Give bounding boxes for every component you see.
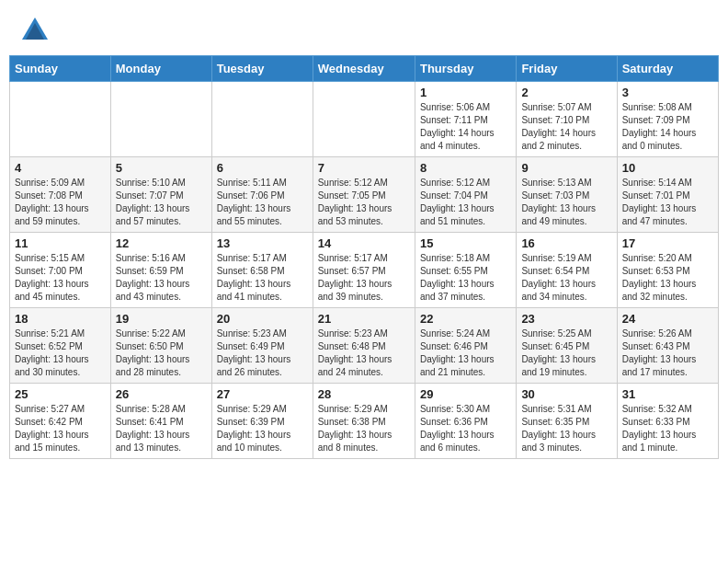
day-number: 13 — [217, 236, 308, 250]
day-number: 7 — [318, 161, 410, 175]
calendar-day-cell: 24Sunrise: 5:26 AM Sunset: 6:43 PM Dayli… — [617, 308, 718, 384]
calendar-day-cell: 27Sunrise: 5:29 AM Sunset: 6:39 PM Dayli… — [211, 384, 313, 459]
day-of-week-header: Thursday — [415, 56, 516, 82]
day-number: 19 — [116, 312, 207, 326]
calendar-day-cell — [211, 82, 313, 157]
day-info: Sunrise: 5:14 AM Sunset: 7:01 PM Dayligh… — [622, 177, 713, 228]
day-info: Sunrise: 5:19 AM Sunset: 6:54 PM Dayligh… — [521, 252, 611, 304]
day-of-week-header: Sunday — [10, 56, 111, 82]
calendar-day-cell: 19Sunrise: 5:22 AM Sunset: 6:50 PM Dayli… — [110, 308, 211, 384]
day-of-week-header: Tuesday — [211, 56, 313, 82]
calendar-day-cell: 13Sunrise: 5:17 AM Sunset: 6:58 PM Dayli… — [211, 233, 313, 308]
day-info: Sunrise: 5:18 AM Sunset: 6:55 PM Dayligh… — [420, 252, 511, 304]
day-number: 26 — [116, 387, 207, 401]
calendar-day-cell: 11Sunrise: 5:15 AM Sunset: 7:00 PM Dayli… — [10, 233, 111, 308]
calendar-day-cell: 25Sunrise: 5:27 AM Sunset: 6:42 PM Dayli… — [10, 384, 111, 459]
calendar-header-row: SundayMondayTuesdayWednesdayThursdayFrid… — [10, 56, 719, 82]
day-info: Sunrise: 5:10 AM Sunset: 7:07 PM Dayligh… — [116, 177, 207, 228]
calendar-day-cell: 2Sunrise: 5:07 AM Sunset: 7:10 PM Daylig… — [517, 82, 617, 157]
day-info: Sunrise: 5:12 AM Sunset: 7:04 PM Dayligh… — [420, 177, 511, 228]
day-number: 24 — [622, 312, 713, 326]
calendar-day-cell: 9Sunrise: 5:13 AM Sunset: 7:03 PM Daylig… — [517, 157, 617, 233]
day-number: 6 — [217, 161, 308, 175]
day-info: Sunrise: 5:07 AM Sunset: 7:10 PM Dayligh… — [521, 101, 611, 153]
calendar-day-cell: 14Sunrise: 5:17 AM Sunset: 6:57 PM Dayli… — [313, 233, 415, 308]
day-number: 22 — [420, 312, 511, 326]
day-of-week-header: Monday — [110, 56, 211, 82]
day-info: Sunrise: 5:24 AM Sunset: 6:46 PM Dayligh… — [420, 327, 511, 379]
calendar-week-row: 25Sunrise: 5:27 AM Sunset: 6:42 PM Dayli… — [10, 384, 719, 459]
calendar-day-cell: 18Sunrise: 5:21 AM Sunset: 6:52 PM Dayli… — [10, 308, 111, 384]
calendar-day-cell: 28Sunrise: 5:29 AM Sunset: 6:38 PM Dayli… — [313, 384, 415, 459]
day-info: Sunrise: 5:09 AM Sunset: 7:08 PM Dayligh… — [15, 177, 106, 228]
day-number: 18 — [15, 312, 106, 326]
day-number: 21 — [318, 312, 410, 326]
day-info: Sunrise: 5:27 AM Sunset: 6:42 PM Dayligh… — [15, 403, 106, 454]
day-of-week-header: Friday — [517, 56, 617, 82]
day-info: Sunrise: 5:21 AM Sunset: 6:52 PM Dayligh… — [15, 327, 106, 379]
calendar-day-cell: 6Sunrise: 5:11 AM Sunset: 7:06 PM Daylig… — [211, 157, 313, 233]
day-number: 20 — [217, 312, 308, 326]
day-number: 27 — [217, 387, 308, 401]
day-number: 4 — [15, 161, 106, 175]
calendar-day-cell: 8Sunrise: 5:12 AM Sunset: 7:04 PM Daylig… — [415, 157, 516, 233]
calendar-day-cell: 3Sunrise: 5:08 AM Sunset: 7:09 PM Daylig… — [617, 82, 718, 157]
day-number: 17 — [622, 236, 713, 250]
day-number: 8 — [420, 161, 511, 175]
day-number: 25 — [15, 387, 106, 401]
calendar-day-cell: 31Sunrise: 5:32 AM Sunset: 6:33 PM Dayli… — [617, 384, 718, 459]
day-of-week-header: Saturday — [617, 56, 718, 82]
day-number: 2 — [521, 86, 611, 99]
calendar-week-row: 11Sunrise: 5:15 AM Sunset: 7:00 PM Dayli… — [10, 233, 719, 308]
day-info: Sunrise: 5:22 AM Sunset: 6:50 PM Dayligh… — [116, 327, 207, 379]
calendar-day-cell: 7Sunrise: 5:12 AM Sunset: 7:05 PM Daylig… — [313, 157, 415, 233]
page-header — [9, 9, 719, 46]
calendar-day-cell: 30Sunrise: 5:31 AM Sunset: 6:35 PM Dayli… — [517, 384, 617, 459]
day-number: 10 — [622, 161, 713, 175]
day-info: Sunrise: 5:06 AM Sunset: 7:11 PM Dayligh… — [420, 101, 511, 153]
calendar-week-row: 18Sunrise: 5:21 AM Sunset: 6:52 PM Dayli… — [10, 308, 719, 384]
calendar-day-cell: 23Sunrise: 5:25 AM Sunset: 6:45 PM Dayli… — [517, 308, 617, 384]
day-number: 15 — [420, 236, 511, 250]
day-info: Sunrise: 5:26 AM Sunset: 6:43 PM Dayligh… — [622, 327, 713, 379]
calendar-day-cell — [10, 82, 111, 157]
calendar-day-cell: 29Sunrise: 5:30 AM Sunset: 6:36 PM Dayli… — [415, 384, 516, 459]
calendar-day-cell: 22Sunrise: 5:24 AM Sunset: 6:46 PM Dayli… — [415, 308, 516, 384]
logo — [18, 14, 50, 41]
day-number: 11 — [15, 236, 106, 250]
day-info: Sunrise: 5:15 AM Sunset: 7:00 PM Dayligh… — [15, 252, 106, 304]
day-info: Sunrise: 5:28 AM Sunset: 6:41 PM Dayligh… — [116, 403, 207, 454]
day-number: 30 — [521, 387, 611, 401]
day-number: 29 — [420, 387, 511, 401]
day-info: Sunrise: 5:32 AM Sunset: 6:33 PM Dayligh… — [622, 403, 713, 454]
day-number: 9 — [521, 161, 611, 175]
day-number: 5 — [116, 161, 207, 175]
calendar-week-row: 4Sunrise: 5:09 AM Sunset: 7:08 PM Daylig… — [10, 157, 719, 233]
day-number: 14 — [318, 236, 410, 250]
calendar-day-cell: 17Sunrise: 5:20 AM Sunset: 6:53 PM Dayli… — [617, 233, 718, 308]
calendar-day-cell — [313, 82, 415, 157]
day-info: Sunrise: 5:20 AM Sunset: 6:53 PM Dayligh… — [622, 252, 713, 304]
calendar-day-cell: 26Sunrise: 5:28 AM Sunset: 6:41 PM Dayli… — [110, 384, 211, 459]
day-info: Sunrise: 5:13 AM Sunset: 7:03 PM Dayligh… — [521, 177, 611, 228]
day-info: Sunrise: 5:17 AM Sunset: 6:58 PM Dayligh… — [217, 252, 308, 304]
day-info: Sunrise: 5:11 AM Sunset: 7:06 PM Dayligh… — [217, 177, 308, 228]
day-info: Sunrise: 5:17 AM Sunset: 6:57 PM Dayligh… — [318, 252, 410, 304]
calendar-day-cell: 20Sunrise: 5:23 AM Sunset: 6:49 PM Dayli… — [211, 308, 313, 384]
day-number: 16 — [521, 236, 611, 250]
calendar-day-cell: 16Sunrise: 5:19 AM Sunset: 6:54 PM Dayli… — [517, 233, 617, 308]
day-info: Sunrise: 5:08 AM Sunset: 7:09 PM Dayligh… — [622, 101, 713, 153]
day-number: 23 — [521, 312, 611, 326]
calendar-day-cell: 5Sunrise: 5:10 AM Sunset: 7:07 PM Daylig… — [110, 157, 211, 233]
day-info: Sunrise: 5:29 AM Sunset: 6:38 PM Dayligh… — [318, 403, 410, 454]
day-info: Sunrise: 5:31 AM Sunset: 6:35 PM Dayligh… — [521, 403, 611, 454]
day-of-week-header: Wednesday — [313, 56, 415, 82]
calendar-day-cell: 15Sunrise: 5:18 AM Sunset: 6:55 PM Dayli… — [415, 233, 516, 308]
calendar-table: SundayMondayTuesdayWednesdayThursdayFrid… — [9, 55, 719, 459]
logo-icon — [18, 14, 46, 41]
day-number: 1 — [420, 86, 511, 99]
day-number: 3 — [622, 86, 713, 99]
calendar-day-cell: 4Sunrise: 5:09 AM Sunset: 7:08 PM Daylig… — [10, 157, 111, 233]
day-info: Sunrise: 5:23 AM Sunset: 6:48 PM Dayligh… — [318, 327, 410, 379]
day-info: Sunrise: 5:29 AM Sunset: 6:39 PM Dayligh… — [217, 403, 308, 454]
